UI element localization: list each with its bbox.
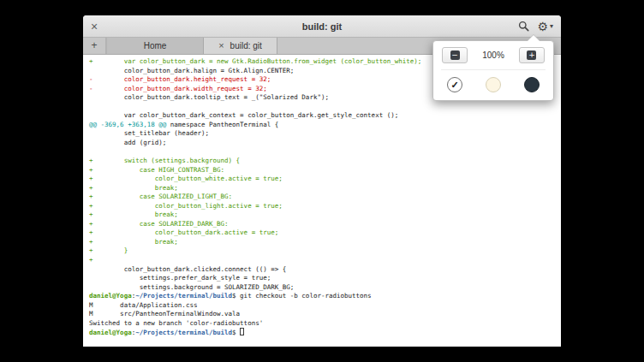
terminal-line: var color_button_dark_context = color_bu… bbox=[89, 111, 561, 121]
terminal-line: + break; bbox=[89, 238, 561, 247]
gear-icon: ⚙ bbox=[537, 21, 548, 33]
terminal-line: M src/PantheonTerminalWindow.vala bbox=[89, 310, 561, 319]
terminal-line: + break; bbox=[89, 211, 561, 220]
terminal-line: daniel@Yoga:~/Projects/terminal/build$ bbox=[89, 328, 561, 337]
window-close-button[interactable]: × bbox=[91, 21, 98, 33]
terminal-line: + color_button_white.active = true; bbox=[89, 175, 561, 184]
terminal-line: color_button_dark.clicked.connect (() =>… bbox=[89, 265, 561, 275]
tab-close-icon[interactable]: × bbox=[218, 41, 224, 50]
zoom-out-button[interactable]: − bbox=[442, 47, 468, 63]
terminal-line bbox=[89, 147, 561, 157]
terminal-line: + case SOLARIZED_LIGHT_BG: bbox=[89, 193, 561, 202]
zoom-in-icon: + bbox=[527, 50, 536, 60]
terminal-line: + color_button_light.active = true; bbox=[89, 202, 561, 211]
new-tab-button[interactable]: + bbox=[83, 38, 106, 54]
window-title: build: git bbox=[83, 21, 561, 32]
terminal-line: + case SOLARIZED_DARK_BG: bbox=[89, 220, 561, 229]
terminal-line: daniel@Yoga:~/Projects/terminal/build$ g… bbox=[89, 292, 561, 301]
terminal-line: + case HIGH_CONTRAST_BG: bbox=[89, 166, 561, 175]
tab-home[interactable]: Home bbox=[106, 38, 204, 54]
theme-row: ✓ bbox=[441, 70, 546, 95]
terminal-line bbox=[89, 103, 561, 112]
terminal-line: set_titlebar (header); bbox=[89, 129, 561, 139]
tab-label: Home bbox=[144, 41, 167, 50]
zoom-out-icon: − bbox=[450, 50, 460, 60]
settings-menu-button[interactable]: ⚙ ▾ bbox=[537, 21, 553, 33]
theme-swatch-solarized-light[interactable] bbox=[486, 77, 501, 92]
terminal-line: + break; bbox=[89, 184, 561, 193]
terminal-line: @@ -369,6 +363,18 @@ namespace PantheonT… bbox=[89, 121, 561, 130]
theme-swatch-high-contrast[interactable]: ✓ bbox=[447, 77, 462, 92]
terminal-window: × build: git ⚙ ▾ + Home×build: git + var… bbox=[83, 15, 561, 347]
zoom-controls: − 100% + bbox=[441, 47, 546, 69]
check-icon: ✓ bbox=[450, 77, 458, 92]
terminal-line: + color_button_dark.active = true; bbox=[89, 228, 561, 238]
tab-label: build: git bbox=[230, 41, 262, 50]
terminal-line: + bbox=[89, 256, 561, 265]
theme-swatch-solarized-dark[interactable] bbox=[524, 77, 540, 92]
chevron-down-icon: ▾ bbox=[550, 22, 553, 30]
titlebar-actions: ⚙ ▾ bbox=[518, 21, 553, 33]
tab-build-git[interactable]: ×build: git bbox=[204, 38, 277, 54]
zoom-in-button[interactable]: + bbox=[519, 47, 545, 63]
settings-popover: − 100% + ✓ bbox=[432, 40, 554, 101]
terminal-line: add (grid); bbox=[89, 139, 561, 148]
tab-strip: Home×build: git bbox=[106, 38, 277, 54]
search-icon[interactable] bbox=[518, 21, 529, 32]
zoom-level: 100% bbox=[482, 50, 504, 60]
terminal-cursor bbox=[240, 328, 244, 335]
terminal-line: Switched to a new branch 'color-radiobut… bbox=[89, 319, 561, 329]
terminal-line: + } bbox=[89, 246, 561, 256]
titlebar: × build: git ⚙ ▾ bbox=[83, 15, 561, 38]
terminal-line: settings.prefer_dark_style = true; bbox=[89, 274, 561, 283]
terminal-line: M data/Application.css bbox=[89, 301, 561, 311]
terminal-line: + switch (settings.background) { bbox=[89, 157, 561, 166]
terminal-line: settings.background = SOLARIZED_DARK_BG; bbox=[89, 283, 561, 293]
